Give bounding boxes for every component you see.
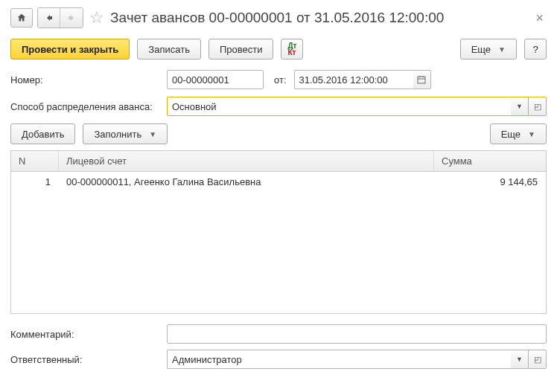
responsible-open-button[interactable]: ◰	[529, 350, 547, 369]
column-header-account[interactable]: Лицевой счет	[59, 151, 434, 171]
method-dropdown-button[interactable]: ▼	[511, 97, 529, 116]
toolbar: Провести и закрыть Записать Провести ДтК…	[10, 36, 547, 70]
table-more-label: Еще	[501, 129, 521, 140]
window-title: Зачет авансов 00-00000001 от 31.05.2016 …	[110, 10, 528, 26]
more-label: Еще	[471, 44, 491, 55]
calendar-button[interactable]	[413, 70, 431, 89]
calendar-icon	[417, 75, 426, 84]
bottom-form: Комментарий: Ответственный: ▼ ◰	[10, 324, 547, 369]
table-header: N Лицевой счет Сумма	[11, 151, 546, 172]
back-button[interactable]	[38, 8, 60, 28]
table-body[interactable]: 1 00-000000011, Агеенко Галина Васильевн…	[11, 172, 546, 313]
column-header-sum[interactable]: Сумма	[434, 151, 546, 171]
post-and-close-button[interactable]: Провести и закрыть	[10, 39, 130, 60]
table-more-button[interactable]: Еще ▼	[490, 123, 547, 144]
cell-n: 1	[11, 172, 59, 192]
column-header-n[interactable]: N	[11, 151, 59, 171]
titlebar: ☆ Зачет авансов 00-00000001 от 31.05.201…	[10, 7, 547, 36]
help-button[interactable]: ?	[524, 39, 547, 60]
accounts-table: N Лицевой счет Сумма 1 00-000000011, Аге…	[10, 150, 547, 314]
fill-label: Заполнить	[94, 129, 141, 140]
responsible-input[interactable]	[167, 350, 511, 369]
comment-label: Комментарий:	[10, 329, 159, 340]
open-icon: ◰	[534, 355, 541, 364]
close-button[interactable]: ×	[532, 10, 547, 26]
method-row: Способ распределения аванса: ▼ ◰	[10, 97, 547, 116]
chevron-down-icon: ▼	[516, 103, 523, 110]
add-button[interactable]: Добавить	[10, 123, 75, 144]
more-button[interactable]: Еще ▼	[460, 39, 517, 60]
from-label: от:	[274, 74, 287, 86]
date-input-group	[294, 70, 431, 89]
open-icon: ◰	[534, 102, 541, 112]
post-button[interactable]: Провести	[209, 39, 274, 60]
responsible-input-group: ▼ ◰	[167, 350, 547, 369]
chevron-down-icon: ▼	[528, 130, 535, 138]
favorite-star-icon[interactable]: ☆	[88, 8, 106, 28]
fill-button[interactable]: Заполнить ▼	[83, 123, 168, 144]
number-label: Номер:	[10, 74, 159, 86]
responsible-dropdown-button[interactable]: ▼	[511, 350, 529, 369]
svg-rect-0	[418, 77, 425, 83]
debit-credit-icon: ДтКт	[287, 42, 296, 56]
number-date-row: Номер: от:	[10, 70, 547, 89]
write-button[interactable]: Записать	[137, 39, 201, 60]
cell-account: 00-000000011, Агеенко Галина Васильевна	[59, 172, 434, 192]
responsible-label: Ответственный:	[10, 354, 159, 365]
forward-button	[60, 8, 83, 28]
debit-credit-button[interactable]: ДтКт	[281, 39, 303, 60]
chevron-down-icon: ▼	[516, 356, 523, 363]
chevron-down-icon: ▼	[498, 45, 506, 54]
date-input[interactable]	[294, 70, 413, 89]
table-toolbar: Добавить Заполнить ▼ Еще ▼	[10, 123, 547, 144]
chevron-down-icon: ▼	[149, 130, 156, 138]
method-open-button[interactable]: ◰	[529, 97, 547, 116]
table-row[interactable]: 1 00-000000011, Агеенко Галина Васильевн…	[11, 172, 546, 193]
method-label: Способ распределения аванса:	[10, 101, 159, 112]
comment-input[interactable]	[167, 324, 547, 344]
method-input[interactable]	[167, 97, 511, 116]
method-input-group: ▼ ◰	[167, 97, 547, 116]
number-input[interactable]	[167, 70, 264, 89]
cell-sum: 9 144,65	[434, 172, 546, 192]
nav-group	[37, 7, 83, 28]
home-button[interactable]	[10, 8, 33, 28]
